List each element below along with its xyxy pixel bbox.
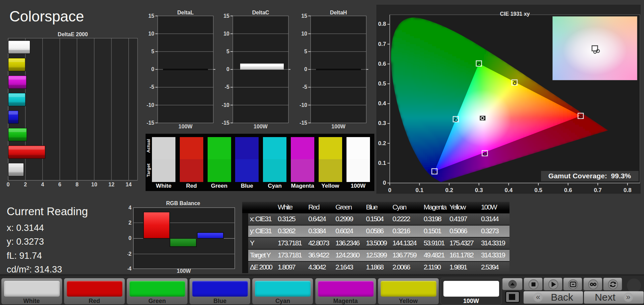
svg-text:0: 0 xyxy=(304,66,307,72)
svg-text:0.8: 0.8 xyxy=(624,187,632,193)
svg-text:-15: -15 xyxy=(222,120,229,126)
svg-text:0.3: 0.3 xyxy=(378,120,386,126)
svg-text:0.2: 0.2 xyxy=(445,187,453,193)
svg-text:0.2: 0.2 xyxy=(378,140,386,146)
svg-text:0.7: 0.7 xyxy=(594,187,602,193)
svg-text:15: 15 xyxy=(301,13,307,19)
svg-text:0.6: 0.6 xyxy=(378,61,386,67)
svg-text:-15: -15 xyxy=(147,120,154,126)
svg-text:100W: 100W xyxy=(331,124,346,129)
svg-text:100W: 100W xyxy=(178,124,193,129)
svg-text:100W: 100W xyxy=(177,268,191,274)
svg-text:-10: -10 xyxy=(300,102,307,108)
svg-text:-2: -2 xyxy=(127,251,131,257)
svg-text:10: 10 xyxy=(91,182,97,187)
svg-text:0.8: 0.8 xyxy=(378,21,386,27)
svg-text:DeltaE 2000: DeltaE 2000 xyxy=(58,32,88,37)
svg-text:0: 0 xyxy=(128,235,131,241)
svg-text:-4: -4 xyxy=(127,266,131,271)
svg-text:-10: -10 xyxy=(147,102,154,108)
svg-text:5: 5 xyxy=(226,49,229,54)
svg-text:15: 15 xyxy=(148,13,154,19)
svg-text:5: 5 xyxy=(151,49,154,54)
svg-text:Gamut Coverage: 99.3%: Gamut Coverage: 99.3% xyxy=(548,172,631,180)
svg-text:0.5: 0.5 xyxy=(534,187,542,193)
svg-text:DeltaC: DeltaC xyxy=(252,10,269,15)
svg-text:4: 4 xyxy=(128,205,131,210)
svg-text:0.1: 0.1 xyxy=(416,187,424,193)
svg-text:8: 8 xyxy=(75,182,78,187)
svg-text:0.7: 0.7 xyxy=(378,41,386,47)
svg-text:14: 14 xyxy=(126,182,132,187)
svg-text:10: 10 xyxy=(148,31,154,37)
svg-text:4: 4 xyxy=(41,182,44,187)
svg-text:2: 2 xyxy=(128,220,131,226)
svg-text:2: 2 xyxy=(24,182,27,187)
svg-text:-5: -5 xyxy=(150,84,154,90)
svg-text:-5: -5 xyxy=(303,84,307,90)
svg-text:0.4: 0.4 xyxy=(505,187,513,193)
svg-text:0.4: 0.4 xyxy=(378,100,386,107)
svg-text:5: 5 xyxy=(304,49,307,54)
svg-text:15: 15 xyxy=(223,13,229,19)
svg-text:0: 0 xyxy=(388,187,391,193)
svg-text:CIE 1931 xy: CIE 1931 xy xyxy=(500,11,530,17)
svg-text:0: 0 xyxy=(383,180,386,186)
svg-text:RGB Balance: RGB Balance xyxy=(166,200,200,206)
svg-text:10: 10 xyxy=(301,31,307,37)
svg-text:0.5: 0.5 xyxy=(378,80,386,87)
svg-text:10: 10 xyxy=(223,31,229,37)
svg-text:-5: -5 xyxy=(225,84,229,90)
svg-text:100W: 100W xyxy=(254,124,268,129)
svg-text:0.3: 0.3 xyxy=(475,187,483,193)
svg-text:DeltaH: DeltaH xyxy=(330,10,347,15)
svg-text:-15: -15 xyxy=(300,120,307,126)
svg-text:0.1: 0.1 xyxy=(378,160,386,166)
svg-text:6: 6 xyxy=(58,182,61,187)
svg-text:0: 0 xyxy=(226,66,229,72)
svg-text:12: 12 xyxy=(108,182,114,187)
svg-text:-10: -10 xyxy=(222,102,229,108)
svg-text:0: 0 xyxy=(7,182,10,187)
svg-text:0: 0 xyxy=(151,66,154,72)
svg-text:0.6: 0.6 xyxy=(564,187,572,193)
svg-text:DeltaL: DeltaL xyxy=(177,10,194,15)
